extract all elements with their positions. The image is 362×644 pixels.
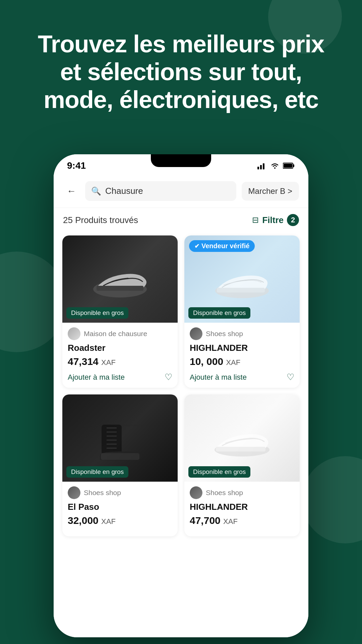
- hero-title: Trouvez les meilleurs prix et sélections…: [27, 30, 335, 113]
- wifi-icon: [270, 162, 280, 169]
- back-arrow-icon: ←: [67, 186, 76, 197]
- svg-rect-6: [284, 164, 292, 168]
- shoe-svg-3: [88, 411, 152, 465]
- svg-rect-20: [216, 447, 265, 451]
- verified-badge-2: ✔ Vendeur vérifié: [189, 240, 255, 252]
- product-info-2: Shoes shop HIGHLANDER 10, 000 XAF Ajoute…: [184, 323, 300, 388]
- filter-button[interactable]: ⊟ Filtre 2: [252, 214, 299, 226]
- search-box[interactable]: 🔍 Chausure: [85, 181, 236, 201]
- wholesale-tag-2: Disponible en gros: [188, 307, 250, 319]
- product-price-4: 47,700 XAF: [190, 515, 294, 526]
- product-image-3: Disponible en gros: [62, 394, 178, 482]
- product-info-4: Shoes shop HIGHLANDER 47,700 XAF: [184, 482, 300, 536]
- seller-name-1: Maison de chausure: [84, 330, 147, 338]
- add-list-row-1: Ajouter à ma liste ♡: [68, 372, 172, 382]
- signal-icon: [257, 162, 267, 169]
- wholesale-tag-3: Disponible en gros: [66, 466, 128, 478]
- seller-row-1: Maison de chausure: [68, 327, 172, 340]
- seller-name-2: Shoes shop: [206, 330, 243, 338]
- product-card-2[interactable]: ✔ Vendeur vérifié Disponible en gros Sho…: [184, 235, 300, 388]
- wholesale-tag-1: Disponible en gros: [66, 307, 128, 319]
- product-price-1: 47,314 XAF: [68, 356, 172, 367]
- seller-avatar-1: [68, 327, 80, 340]
- svg-rect-10: [217, 288, 265, 292]
- filter-badge: 2: [287, 214, 299, 226]
- product-card-3[interactable]: Disponible en gros Shoes shop El Paso 32…: [62, 394, 178, 536]
- seller-name-4: Shoes shop: [206, 489, 243, 497]
- add-to-list-btn-2[interactable]: Ajouter à ma liste: [190, 373, 247, 382]
- price-currency-1: XAF: [101, 358, 116, 367]
- price-currency-3: XAF: [101, 517, 116, 526]
- battery-icon: [283, 162, 295, 169]
- heart-icon-2[interactable]: ♡: [287, 372, 294, 382]
- seller-row-3: Shoes shop: [68, 486, 172, 499]
- product-info-3: Shoes shop El Paso 32,000 XAF: [62, 482, 178, 536]
- seller-name-3: Shoes shop: [84, 489, 121, 497]
- status-time: 9:41: [67, 160, 86, 171]
- svg-rect-1: [260, 165, 262, 169]
- price-currency-2: XAF: [226, 358, 240, 367]
- product-name-2: HIGHLANDER: [190, 343, 294, 353]
- add-to-list-btn-1[interactable]: Ajouter à ma liste: [68, 373, 125, 382]
- phone-frame: 9:41: [54, 154, 308, 637]
- status-icons: [257, 162, 295, 169]
- seller-row-4: Shoes shop: [190, 486, 294, 499]
- product-info-1: Maison de chausure Roadster 47,314 XAF A…: [62, 323, 178, 388]
- results-count: 25 Produits trouvés: [63, 215, 138, 225]
- verified-text: Vendeur vérifié: [201, 242, 249, 250]
- product-image-1: Disponible en gros: [62, 235, 178, 323]
- results-bar: 25 Produits trouvés ⊟ Filtre 2: [54, 208, 308, 232]
- shoe-svg-1: [86, 256, 154, 303]
- app-screen: ← 🔍 Chausure Marcher B > 25 Produits tro…: [54, 174, 308, 637]
- svg-point-3: [274, 167, 276, 169]
- seller-avatar-4: [190, 486, 202, 499]
- phone-mockup: 9:41: [54, 154, 308, 637]
- search-icon: 🔍: [91, 186, 101, 196]
- product-image-2: ✔ Vendeur vérifié Disponible en gros: [184, 235, 300, 323]
- seller-row-2: Shoes shop: [190, 327, 294, 340]
- filter-icon: ⊟: [252, 215, 259, 225]
- product-card-1[interactable]: Disponible en gros Maison de chausure Ro…: [62, 235, 178, 388]
- filter-label: Filtre: [262, 215, 284, 225]
- hero-section: Trouvez les meilleurs prix et sélections…: [0, 0, 362, 133]
- shoe-svg-4: [208, 416, 276, 460]
- bg-decoration-right: [302, 456, 362, 543]
- product-grid: Disponible en gros Maison de chausure Ro…: [54, 232, 308, 545]
- search-input-value: Chausure: [105, 186, 143, 196]
- svg-rect-2: [263, 163, 264, 169]
- product-name-4: HIGHLANDER: [190, 502, 294, 512]
- svg-rect-8: [97, 286, 143, 291]
- product-card-4[interactable]: Disponible en gros Shoes shop HIGHLANDER…: [184, 394, 300, 536]
- verified-check-icon: ✔: [194, 243, 199, 250]
- back-button[interactable]: ←: [63, 183, 80, 200]
- seller-avatar-3: [68, 486, 80, 499]
- svg-rect-5: [293, 164, 294, 167]
- product-name-3: El Paso: [68, 502, 172, 512]
- seller-avatar-2: [190, 327, 202, 340]
- product-image-4: Disponible en gros: [184, 394, 300, 482]
- status-bar: 9:41: [54, 154, 308, 174]
- heart-icon-1[interactable]: ♡: [165, 372, 172, 382]
- wholesale-tag-4: Disponible en gros: [188, 466, 250, 478]
- breadcrumb-pill[interactable]: Marcher B >: [242, 182, 299, 201]
- product-price-3: 32,000 XAF: [68, 515, 172, 526]
- svg-rect-12: [101, 453, 139, 460]
- product-price-2: 10, 000 XAF: [190, 356, 294, 367]
- product-name-1: Roadster: [68, 343, 172, 353]
- search-header: ← 🔍 Chausure Marcher B >: [54, 174, 308, 208]
- shoe-svg-2: [208, 256, 276, 303]
- add-list-row-2: Ajouter à ma liste ♡: [190, 372, 294, 382]
- price-currency-4: XAF: [223, 517, 238, 526]
- svg-rect-0: [257, 167, 259, 169]
